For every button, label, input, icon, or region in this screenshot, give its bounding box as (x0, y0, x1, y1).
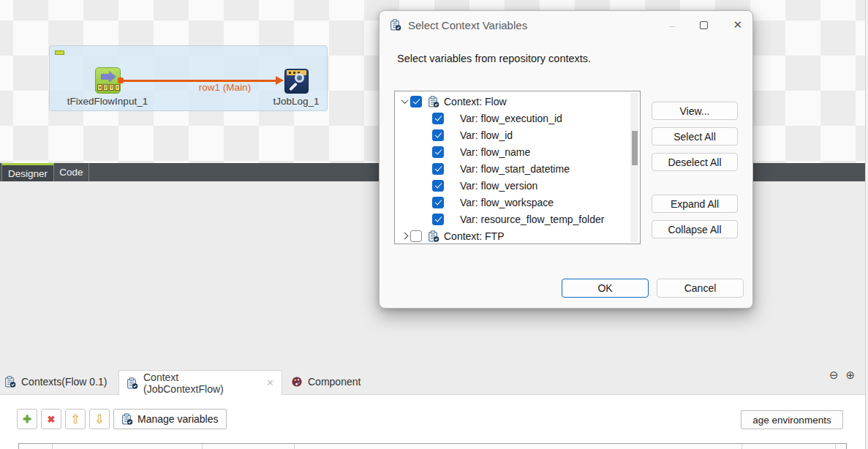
minimize-icon[interactable]: – (669, 19, 675, 31)
close-tab-icon[interactable]: ✕ (266, 377, 274, 388)
header-name[interactable]: Name (53, 444, 203, 449)
letter-box: z (115, 84, 120, 91)
arrow-down-icon: ⇩ (94, 412, 105, 427)
letter-box: 2 (103, 84, 108, 91)
select-all-button[interactable]: Select All (652, 127, 738, 146)
header-extra (836, 444, 846, 449)
letter-box: a (97, 84, 102, 91)
move-up-button[interactable]: ⇧ (65, 409, 86, 429)
tab-component[interactable]: Component (291, 370, 361, 393)
maximize-icon[interactable] (700, 21, 708, 29)
header-type[interactable]: Type (203, 444, 295, 449)
tree-scrollbar-thumb[interactable] (632, 131, 638, 165)
component-label[interactable]: tFixedFlowInput_1 (61, 96, 154, 107)
contexts-icon (4, 376, 16, 388)
move-down-button[interactable]: ⇩ (89, 409, 110, 429)
right-panel-edge (865, 0, 868, 449)
tab-code[interactable]: Code (54, 163, 89, 181)
minimize-view-icon[interactable]: ⊖ (829, 369, 839, 382)
dialog-title: Select Context Variables (408, 19, 527, 31)
dialog-clipboard-icon (390, 19, 401, 31)
header-comment[interactable] (295, 444, 742, 449)
tree-context-row[interactable]: Context: FTP (395, 227, 640, 244)
magnifier-handle-icon (289, 82, 298, 91)
select-context-variables-dialog: Select Context Variables – ✕ Select vari… (379, 10, 753, 309)
tab-label: Contexts(Flow 0.1) (21, 376, 107, 388)
tree-checkbox[interactable] (432, 129, 444, 141)
context-variables-table: NameTypeEnable prompt1Flow (from reposit… (18, 443, 847, 449)
component-icon (291, 376, 303, 388)
dialog-titlebar[interactable]: Select Context Variables – ✕ (380, 11, 752, 39)
view-button[interactable]: View... (652, 102, 738, 120)
dialog-window-controls: – ✕ (669, 18, 742, 31)
delete-variable-button[interactable]: ✖ (41, 409, 61, 429)
manage-variables-button[interactable]: Manage variables (113, 409, 227, 429)
tree-row-label: Var: flow_workspace (460, 197, 554, 208)
tree-checkbox[interactable] (432, 163, 444, 175)
tab-context-jobcontextflow[interactable]: Context (JobContextFlow) ✕ (118, 370, 282, 395)
tree-checkbox[interactable] (432, 180, 444, 192)
tree-checkbox[interactable] (410, 230, 422, 242)
subjob-collapse-handle[interactable] (55, 50, 64, 55)
tree-variable-row[interactable]: Var: flow_execution_id (395, 110, 640, 127)
tree-row-label: Var: flow_name (460, 146, 530, 158)
magnifier-lens-icon (295, 73, 304, 83)
tree-variable-row[interactable]: Var: flow_start_datetime (395, 160, 640, 177)
tab-label: Context (JobContextFlow) (143, 371, 261, 395)
tree-row-label: Var: flow_execution_id (460, 113, 562, 124)
tree-row-label: Var: flow_version (460, 180, 537, 192)
chevron-down-icon[interactable] (399, 99, 410, 104)
dialog-subtitle: Select variables from repository context… (397, 53, 591, 64)
connection-label[interactable]: row1 (Main) (165, 82, 285, 93)
flow-arrow-glyph (101, 74, 109, 80)
letter-box: 3 (109, 84, 114, 91)
component-label[interactable]: tJobLog_1 (260, 96, 333, 107)
tree-checkbox[interactable] (410, 96, 422, 107)
tree-variable-row[interactable]: Var: flow_id (395, 127, 640, 143)
manage-environments-button[interactable]: age environments (741, 410, 843, 429)
chevron-right-icon[interactable] (399, 233, 410, 238)
tfixedflowinput-icon[interactable]: a23z (95, 67, 121, 94)
tree-row-label: Var: flow_id (460, 129, 513, 141)
tree-row-label: Var: flow_start_datetime (460, 163, 570, 175)
tree-context-row[interactable]: Context: Flow (395, 93, 640, 110)
delete-icon: ✖ (48, 414, 56, 425)
context-clipboard-icon (428, 230, 439, 242)
tab-contexts-flow[interactable]: Contexts(Flow 0.1) (4, 370, 107, 393)
tree-row-label: Context: FTP (444, 230, 504, 242)
ok-button[interactable]: OK (562, 279, 649, 298)
tree-variable-row[interactable]: Var: flow_workspace (395, 194, 640, 211)
tree-scrollbar[interactable] (630, 93, 638, 242)
tree-variable-row[interactable]: Var: flow_name (395, 143, 640, 160)
tree-checkbox[interactable] (432, 197, 444, 208)
tree-variable-row[interactable]: Var: flow_version (395, 177, 640, 194)
collapse-all-button[interactable]: Collapse All (652, 220, 738, 238)
tree-checkbox[interactable] (432, 214, 444, 225)
contexts-icon (127, 377, 138, 389)
expand-all-button[interactable]: Expand All (652, 195, 738, 213)
tree-row-label: Context: Flow (444, 96, 507, 107)
tjoblog-icon[interactable] (284, 69, 309, 94)
tab-designer[interactable]: Designer (1, 163, 54, 181)
a23z-glyph: a23z (97, 84, 120, 91)
tree-row-label: Var: resource_flow_temp_folder (460, 214, 604, 225)
arrow-up-icon: ⇧ (70, 412, 80, 427)
add-variable-button[interactable]: ✚ (17, 409, 37, 429)
tab-label: Component (308, 376, 361, 388)
cancel-button[interactable]: Cancel (657, 279, 744, 298)
tree-checkbox[interactable] (432, 146, 444, 158)
tree-variable-row[interactable]: Var: resource_flow_temp_folder (395, 211, 640, 227)
clipboard-icon (121, 413, 133, 425)
button-label: age environments (752, 415, 831, 426)
maximize-view-icon[interactable]: ⊕ (846, 369, 856, 382)
view-controls: ⊖ ⊕ (829, 369, 855, 382)
dialog-side-buttons: View...Select AllDeselect AllExpand AllC… (652, 102, 738, 238)
talend-studio-window: a23z tFixedFlowInput_1 row1 (Main) tJobL… (0, 0, 868, 449)
header-rownum (19, 444, 53, 449)
close-icon[interactable]: ✕ (733, 18, 742, 31)
tree-checkbox[interactable] (432, 113, 444, 124)
deselect-all-button[interactable]: Deselect All (652, 153, 738, 171)
plus-icon: ✚ (23, 413, 31, 425)
context-variables-tree[interactable]: Context: FlowVar: flow_execution_idVar: … (394, 91, 641, 244)
header-enable-prompt[interactable]: Enable prompt (742, 444, 836, 449)
